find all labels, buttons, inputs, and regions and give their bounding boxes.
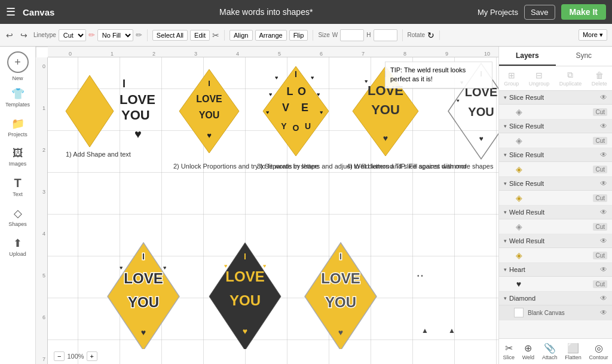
group-button[interactable]: ⊞ Group (501, 69, 522, 88)
makeit-button[interactable]: Make It (561, 4, 606, 20)
sidebar-item-upload[interactable]: ⬆ Upload (2, 233, 33, 261)
zoom-in-button[interactable]: + (87, 351, 97, 361)
new-button[interactable]: + (7, 51, 29, 73)
tab-sync[interactable]: Sync (556, 47, 613, 66)
sidebar-item-text[interactable]: T Text (2, 173, 33, 201)
layer-slice-result-3-header[interactable]: ▾ Slice Result 👁 (499, 148, 612, 162)
weld-button[interactable]: ⊕ Weld (522, 342, 534, 360)
arrange-button[interactable]: Arrange (255, 30, 287, 41)
layer-eye-3[interactable]: 👁 (600, 151, 607, 159)
layer-name-4: Slice Result (509, 180, 598, 187)
layer-name-6: Weld Result (509, 237, 598, 244)
right-panel: Layers Sync ⊞ Group ⊟ Ungroup ⧉ Duplicat… (498, 47, 612, 364)
select-all-button[interactable]: Select All (152, 30, 188, 41)
layer-weld-result-2-header[interactable]: ▾ Weld Result 👁 (499, 234, 612, 248)
svg-text:LOVE: LOVE (124, 270, 163, 286)
svg-text:O: O (298, 85, 306, 97)
ungroup-button[interactable]: ⊟ Ungroup (526, 69, 553, 88)
duplicate-button[interactable]: ⧉ Duplicate (556, 69, 585, 88)
sidebar-item-projects[interactable]: 📁 Projects (2, 114, 33, 141)
align-button[interactable]: Align (230, 30, 252, 41)
ruler-top: 0 1 2 3 4 5 6 7 8 9 10 11 (48, 47, 498, 57)
panel-toolbar: ⊞ Group ⊟ Ungroup ⧉ Duplicate 🗑 Delete (499, 66, 612, 91)
layer-sub-2: ◈ Cut (499, 133, 612, 148)
zoom-bar: − 100% + (54, 351, 97, 361)
svg-text:I: I (208, 79, 210, 88)
svg-text:♥: ♥ (263, 263, 266, 269)
svg-text:L: L (287, 85, 293, 97)
layer-eye-7[interactable]: 👁 (600, 265, 607, 274)
layer-eye-2[interactable]: 👁 (600, 122, 607, 130)
canvas-area[interactable]: 0 1 2 3 4 5 6 7 8 9 10 11 0 1 2 3 4 5 6 … (36, 47, 498, 364)
layer-eye-1[interactable]: 👁 (600, 93, 607, 102)
layer-arrow-1: ▾ (504, 94, 507, 100)
my-projects-link[interactable]: My Projects (478, 8, 518, 17)
menu-icon[interactable]: ☰ (6, 5, 16, 19)
canvas-item-1-diamond (66, 75, 114, 147)
contour-label: Contour (589, 354, 608, 360)
app-title: Canvas (23, 7, 54, 17)
sidebar-item-images[interactable]: 🖼 Images (2, 143, 33, 170)
fill-select[interactable]: No Fill (97, 29, 133, 41)
layer-weld-result-1-header[interactable]: ▾ Weld Result 👁 (499, 206, 612, 219)
layer-thumb-3: ◈ (513, 164, 524, 175)
flatten-button[interactable]: ⬜ Flatten (565, 342, 582, 360)
h-label: H (366, 32, 371, 38)
topbar: ☰ Canvas Make words into shapes* My Proj… (0, 0, 612, 24)
canvas-content: I LOVE YOU ♥ 1) Add Shape and text I LOV… (48, 57, 498, 349)
layer-name-5: Weld Result (509, 209, 598, 216)
canvas-bottom-1: I I LOVE LOVE YOU YOU ♥ ♥ ♥ (108, 243, 179, 349)
attach-button[interactable]: 📎 Attach (542, 342, 558, 360)
layer-eye-5[interactable]: 👁 (600, 208, 607, 216)
svg-text:♥: ♥ (457, 98, 460, 103)
svg-marker-10 (263, 66, 329, 156)
svg-text:V: V (282, 102, 289, 114)
layer-heart: ▾ Heart 👁 ♥ Cut (499, 263, 612, 292)
layer-eye-6[interactable]: 👁 (600, 237, 607, 245)
tab-layers[interactable]: Layers (499, 47, 556, 66)
shapes-label: Shapes (8, 221, 27, 227)
save-button[interactable]: Save (524, 5, 555, 20)
layer-eye-8[interactable]: 👁 (600, 294, 607, 302)
layer-sub-type-2: Cut (593, 137, 607, 145)
layer-sub-3: ◈ Cut (499, 162, 612, 177)
templates-label: Templates (5, 102, 30, 108)
undo-button[interactable]: ↩ (5, 30, 14, 40)
layer-heart-header[interactable]: ▾ Heart 👁 (499, 263, 612, 277)
zoom-out-button[interactable]: − (54, 351, 65, 361)
more-button[interactable]: More ▾ (579, 29, 607, 41)
svg-text:YOU: YOU (128, 294, 159, 310)
svg-text:LOVE: LOVE (321, 270, 360, 286)
linetype-select[interactable]: Cut (59, 29, 86, 41)
height-input[interactable] (374, 29, 397, 41)
svg-text:YOU: YOU (230, 292, 261, 308)
svg-text:♥: ♥ (317, 91, 320, 97)
layer-slice-result-2-header[interactable]: ▾ Slice Result 👁 (499, 120, 612, 133)
svg-text:Y: Y (281, 121, 287, 131)
layer-name-7: Heart (509, 266, 598, 273)
layer-slice-result-1-header[interactable]: ▾ Slice Result 👁 (499, 91, 612, 105)
sidebar-item-templates[interactable]: 👕 Templates (2, 84, 33, 111)
blank-canvas-eye[interactable]: 👁 (600, 308, 607, 317)
layer-diamond-header[interactable]: ▾ Diamond 👁 (499, 292, 612, 305)
width-input[interactable] (340, 29, 364, 41)
redo-button[interactable]: ↪ (19, 30, 29, 40)
zoom-level: 100% (67, 353, 84, 360)
canvas-item-1-text: I LOVE YOU ♥ (117, 69, 170, 147)
edit-scissors-icon: ✂ (212, 30, 219, 40)
flip-button[interactable]: Flip (289, 30, 308, 41)
svg-text:♥: ♥ (207, 131, 212, 140)
layer-slice-result-4-header[interactable]: ▾ Slice Result 👁 (499, 177, 612, 191)
main-area: + New 👕 Templates 📁 Projects 🖼 Images T … (0, 47, 612, 364)
contour-button[interactable]: ◎ Contour (589, 342, 608, 360)
layer-eye-4[interactable]: 👁 (600, 179, 607, 188)
slice-icon: ✂ (505, 342, 513, 354)
delete-button[interactable]: 🗑 Delete (589, 69, 610, 88)
svg-text:YOU: YOU (199, 110, 220, 120)
edit-button[interactable]: Edit (190, 30, 210, 41)
sidebar-item-shapes[interactable]: ◇ Shapes (2, 203, 33, 231)
slice-button[interactable]: ✂ Slice (503, 342, 515, 360)
select-all-group: Select All Edit ✂ (152, 30, 225, 41)
svg-text:♥: ♥ (365, 78, 368, 84)
layer-name-2: Slice Result (509, 123, 598, 130)
